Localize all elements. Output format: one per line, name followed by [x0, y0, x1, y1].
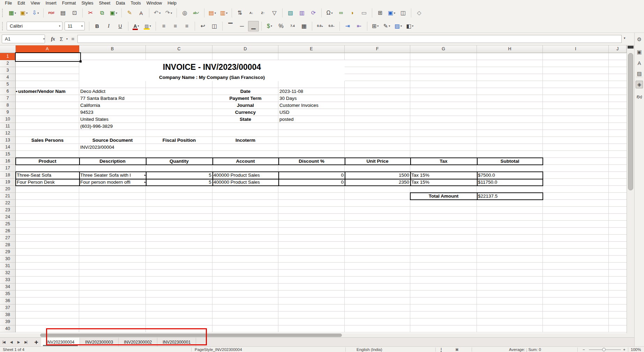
- zoom-level[interactable]: 100%: [631, 347, 641, 352]
- cell-A16[interactable]: Product: [16, 158, 79, 165]
- undo-button[interactable]: ↶▾: [152, 8, 163, 18]
- cell-H21[interactable]: $22137.5: [477, 193, 543, 200]
- export-pdf-button[interactable]: PDF: [46, 8, 57, 18]
- cell-F19[interactable]: 2350: [345, 179, 410, 186]
- row-header-22[interactable]: 22: [0, 200, 16, 207]
- print-preview-button[interactable]: ⊡: [69, 8, 80, 18]
- column-header-H[interactable]: H: [477, 45, 543, 53]
- chevron-down-icon[interactable]: ▾: [116, 12, 117, 15]
- menu-edit[interactable]: Edit: [15, 0, 28, 6]
- new-document-button[interactable]: ▦▾: [7, 8, 18, 18]
- row-header-31[interactable]: 31: [0, 263, 16, 270]
- sheet-tab-inv202300003[interactable]: INV202300003: [80, 338, 119, 346]
- name-box-dropdown-icon[interactable]: ▾: [43, 37, 45, 41]
- menu-styles[interactable]: Styles: [78, 0, 96, 6]
- chevron-down-icon[interactable]: ▾: [215, 12, 216, 15]
- chevron-down-icon[interactable]: ▾: [159, 12, 160, 15]
- select-all-corner[interactable]: [0, 45, 16, 53]
- row-header-28[interactable]: 28: [0, 242, 16, 249]
- insert-chart-button[interactable]: ▥: [297, 8, 307, 18]
- row-header-30[interactable]: 30: [0, 256, 16, 263]
- special-character-button[interactable]: Ω▾: [324, 8, 335, 18]
- underline-button[interactable]: U: [115, 21, 126, 31]
- sheet-tab-inv202300002[interactable]: INV202300002: [119, 338, 157, 346]
- menu-window[interactable]: Window: [144, 0, 165, 6]
- formula-button[interactable]: =: [70, 35, 76, 43]
- row-header-20[interactable]: 20: [0, 186, 16, 193]
- insert-row-button[interactable]: ▤▾: [207, 8, 218, 18]
- cell-B6[interactable]: Deco Addict: [79, 88, 146, 95]
- row-header-2[interactable]: 2: [0, 60, 16, 67]
- sheet-tab-inv202300001[interactable]: INV202300001: [157, 338, 196, 346]
- row-header-14[interactable]: 14: [0, 144, 16, 151]
- row-header-38[interactable]: 38: [0, 311, 16, 318]
- column-header-B[interactable]: B: [79, 45, 146, 53]
- align-top-button[interactable]: ▔: [225, 21, 236, 31]
- row-header-27[interactable]: 27: [0, 235, 16, 242]
- border-style-button[interactable]: ✎▾: [381, 21, 392, 31]
- hyperlink-button[interactable]: ∞: [336, 8, 346, 18]
- cell-B11[interactable]: (603)-996-3829: [79, 123, 146, 130]
- row-header-3[interactable]: 3: [0, 67, 16, 74]
- previous-sheet-button[interactable]: ◀: [7, 338, 15, 346]
- cell-E6[interactable]: 2023-11-08: [278, 88, 345, 95]
- select-function-dropdown[interactable]: ▾: [65, 35, 69, 43]
- row-header-10[interactable]: 10: [0, 116, 16, 123]
- cell-H18[interactable]: $7500.0: [477, 172, 543, 179]
- name-box[interactable]: A1 ▾: [2, 35, 45, 43]
- cell-B13[interactable]: Source Document: [79, 137, 146, 144]
- menu-help[interactable]: Help: [165, 0, 179, 6]
- select-function-button[interactable]: Σ: [58, 35, 65, 43]
- insert-mode-icon[interactable]: I: [441, 347, 442, 352]
- cell-B8[interactable]: California: [79, 102, 146, 109]
- clone-formatting-button[interactable]: ✎: [124, 8, 135, 18]
- row-header-36[interactable]: 36: [0, 298, 16, 305]
- toolbar-grip[interactable]: [2, 22, 5, 30]
- column-header-C[interactable]: C: [146, 45, 212, 53]
- row-header-8[interactable]: 8: [0, 102, 16, 109]
- document-modified-icon[interactable]: ▣: [455, 347, 458, 352]
- freeze-panes-button[interactable]: ▣▾: [386, 8, 397, 18]
- menu-data[interactable]: Data: [113, 0, 128, 6]
- align-right-button[interactable]: ≡: [181, 21, 192, 31]
- cell-C18[interactable]: 5: [146, 172, 212, 179]
- add-sheet-button[interactable]: +: [31, 338, 41, 346]
- row-header-13[interactable]: 13: [0, 137, 16, 144]
- paste-button[interactable]: ▣▾: [108, 8, 119, 18]
- row-header-9[interactable]: 9: [0, 109, 16, 116]
- sort-ascending-button[interactable]: A↓: [246, 8, 257, 18]
- horizontal-scrollbar[interactable]: [0, 333, 627, 337]
- sort-descending-button[interactable]: Z↑: [257, 8, 268, 18]
- insert-column-button[interactable]: ▥▾: [218, 8, 229, 18]
- insert-comment-button[interactable]: ◗: [347, 8, 358, 18]
- chevron-down-icon[interactable]: ▾: [271, 24, 272, 28]
- cell-D6[interactable]: Date: [212, 88, 278, 95]
- redo-button[interactable]: ↷▾: [163, 8, 174, 18]
- split-handle[interactable]: [628, 46, 634, 49]
- autofilter-button[interactable]: ▽: [269, 8, 280, 18]
- expand-formula-bar-icon[interactable]: ▾: [624, 36, 626, 40]
- cell-H19[interactable]: $11750.0: [477, 179, 543, 186]
- column-header-G[interactable]: G: [410, 45, 477, 53]
- split-window-button[interactable]: ◫: [398, 8, 409, 18]
- row-header-1[interactable]: 1: [0, 53, 16, 60]
- row-header-32[interactable]: 32: [0, 270, 16, 277]
- cell-E8[interactable]: Customer Invoices: [278, 102, 345, 109]
- print-button[interactable]: ▤: [58, 8, 68, 18]
- selection-summary[interactable]: Average: ; Sum: 0: [509, 347, 541, 352]
- cell-C13[interactable]: Fiscal Position: [146, 137, 212, 144]
- cell-B9[interactable]: 94523: [79, 109, 146, 116]
- functions-deck-icon[interactable]: f(x): [636, 93, 643, 101]
- menu-view[interactable]: View: [28, 0, 43, 6]
- cell-F18[interactable]: 1500: [345, 172, 410, 179]
- cell-G19[interactable]: Tax 15%: [410, 179, 477, 186]
- cell-E7[interactable]: 30 Days: [278, 95, 345, 102]
- cell-A18[interactable]: Three-Seat Sofa: [16, 172, 79, 179]
- align-center-button[interactable]: ≡: [170, 21, 181, 31]
- row-header-19[interactable]: 19: [0, 179, 16, 186]
- percent-format-button[interactable]: %: [276, 21, 286, 31]
- row-header-7[interactable]: 7: [0, 95, 16, 102]
- function-wizard-button[interactable]: fx: [49, 35, 57, 43]
- horizontal-scrollbar-thumb[interactable]: [40, 333, 342, 337]
- chevron-down-icon[interactable]: ▾: [394, 12, 395, 15]
